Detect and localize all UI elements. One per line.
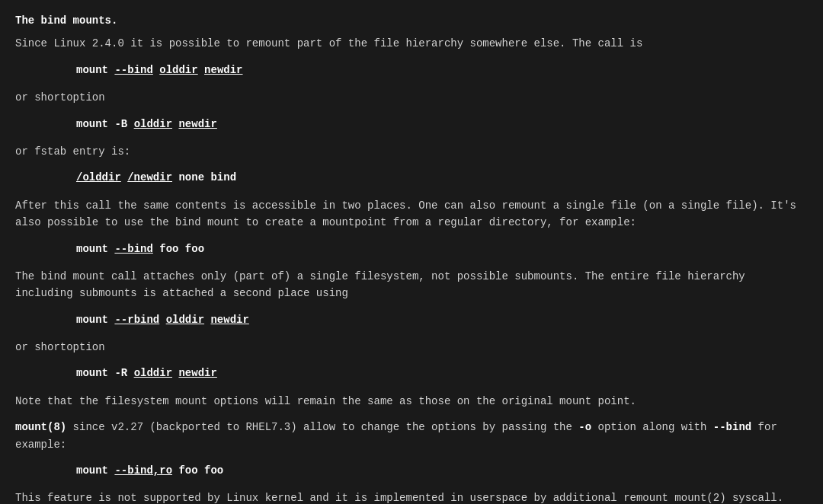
cmd-bind-ro-foo: mount --bind,ro foo foo [76, 464, 223, 477]
cmd-rbind: mount --rbind olddir newdir [76, 314, 249, 326]
cmd-rbind-r: mount -R olddir newdir [76, 367, 217, 379]
shortoption2-label: or shortoption [15, 339, 808, 356]
feature-text: This feature is not supported by Linux k… [15, 490, 808, 504]
shortoption1-label: or shortoption [15, 89, 808, 106]
code-rbind-r: mount -R olddir newdir [76, 365, 808, 381]
after-text: After this call the same contents is acc… [15, 197, 808, 231]
mount8-cmd: mount(8) [15, 421, 66, 433]
note-filesystem: Note that the filesystem mount options w… [15, 393, 808, 410]
code-bind-b: mount -B olddir newdir [76, 116, 808, 132]
cmd-mount-b: mount -B olddir newdir [76, 118, 217, 130]
code-bind-olddir-newdir: mount --bind olddir newdir [76, 62, 808, 78]
fstab-label: or fstab entry is: [15, 143, 808, 160]
cmd-bind-foo: mount --bind foo foo [76, 243, 204, 255]
intro-text: Since Linux 2.4.0 it is possible to remo… [15, 37, 642, 49]
intro-paragraph: Since Linux 2.4.0 it is possible to remo… [15, 35, 808, 52]
bind-description: The bind mount call attaches only (part … [15, 268, 808, 302]
cmd-mount: mount --bind olddir newdir [76, 64, 243, 76]
code-bind-foo: mount --bind foo foo [76, 241, 808, 257]
option-bind: --bind [713, 421, 751, 433]
option-o: -o [578, 421, 591, 433]
section-title: The bind mounts. [15, 12, 808, 29]
fstab-entry: /olddir /newdir none bind [76, 171, 236, 183]
code-bind-ro-foo: mount --bind,ro foo foo [76, 462, 808, 479]
code-fstab: /olddir /newdir none bind [76, 169, 808, 186]
main-content: The bind mounts. Since Linux 2.4.0 it is… [15, 12, 808, 504]
mount8-paragraph: mount(8) since v2.27 (backported to RHEL… [15, 419, 808, 453]
code-rbind: mount --rbind olddir newdir [76, 311, 808, 328]
